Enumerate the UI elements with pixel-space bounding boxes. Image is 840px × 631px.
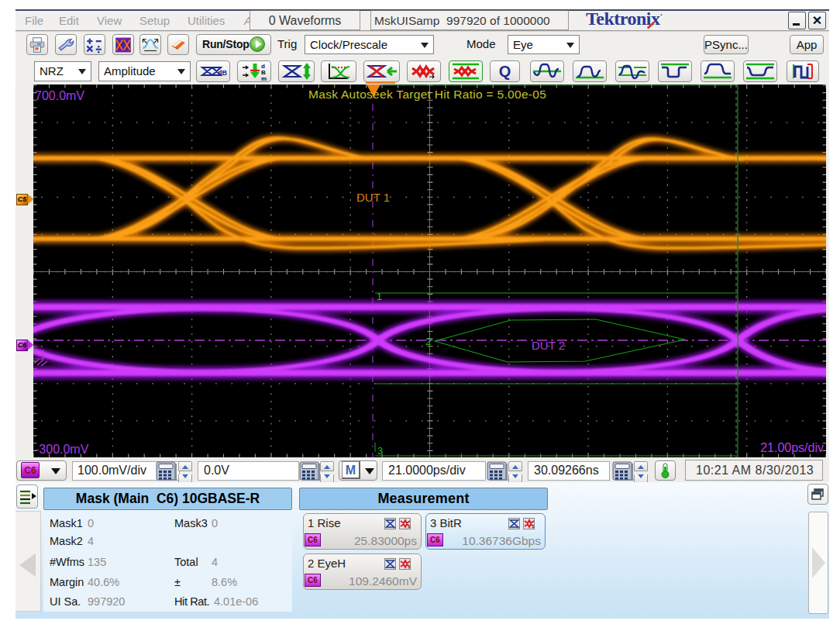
svg-text:DUT 2: DUT 2 — [532, 339, 565, 352]
svg-text:21.00ps/div: 21.00ps/div — [760, 441, 824, 454]
svg-text:3: 3 — [377, 445, 383, 457]
svg-text:-300.0mV: -300.0mV — [35, 443, 89, 456]
svg-text:1: 1 — [377, 291, 382, 302]
svg-text:Mask Autoseek Target Hit Ratio: Mask Autoseek Target Hit Ratio = 5.00e-0… — [308, 88, 546, 101]
svg-text:2: 2 — [425, 336, 431, 347]
svg-text:700.0mV: 700.0mV — [35, 89, 84, 102]
svg-text:dB: dB — [218, 69, 227, 77]
svg-text:m: m — [261, 75, 267, 81]
svg-text:DUT 1: DUT 1 — [356, 191, 390, 204]
